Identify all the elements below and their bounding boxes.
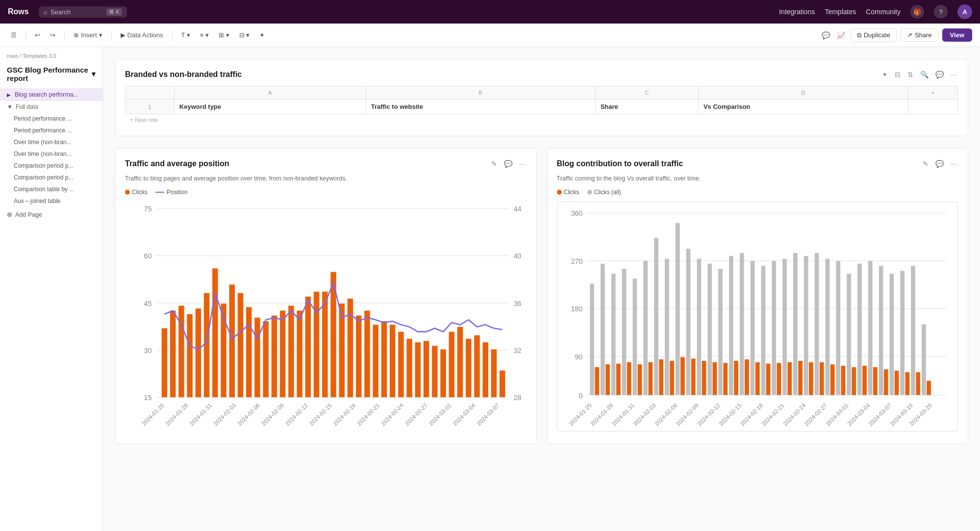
sort-icon-btn[interactable]: ⇅: [906, 69, 915, 80]
x-axis-label-1: 2024-01-25: [141, 402, 165, 427]
text-format-btn[interactable]: T ▾: [178, 29, 193, 41]
align-btn[interactable]: ≡ ▾: [197, 29, 212, 41]
col-b-header[interactable]: B: [366, 86, 595, 100]
keyword-type-header[interactable]: Keyword type: [174, 100, 366, 114]
svg-rect-105: [718, 269, 723, 395]
edit-icon-btn[interactable]: ✎: [490, 158, 499, 169]
svg-text:2024-03-07: 2024-03-07: [867, 402, 892, 427]
main-content: Branded vs non-branded traffic ✦ ⊟ ⇅ 🔍 💬…: [103, 47, 980, 531]
sidebar-item-period-perf-1[interactable]: Period performance ...: [0, 113, 102, 125]
sidebar-item-over-time-1[interactable]: Over time (non-bran...: [0, 136, 102, 148]
svg-rect-85: [611, 274, 615, 395]
comment-icon-btn[interactable]: 💬: [934, 69, 945, 80]
redo-btn[interactable]: ↪: [47, 29, 58, 41]
more-icon-btn-3[interactable]: ···: [949, 158, 958, 169]
clicks-dot-2: [557, 190, 562, 195]
app-logo[interactable]: Rows: [8, 7, 29, 16]
sidebar-toggle-btn[interactable]: ☰: [8, 29, 20, 41]
sidebar-item-comparison-p-2[interactable]: Comparison period p...: [0, 172, 102, 183]
legend-clicks: Clicks: [125, 189, 148, 196]
user-avatar[interactable]: A: [957, 4, 972, 19]
nav-community[interactable]: Community: [866, 8, 901, 16]
view-btn[interactable]: View: [942, 28, 972, 42]
sidebar-item-comparison-p-1[interactable]: Comparison period p...: [0, 160, 102, 172]
share-header[interactable]: Share: [595, 100, 698, 114]
sidebar-item-over-time-2[interactable]: Over time (non-bran...: [0, 148, 102, 160]
msg-icon-btn-2[interactable]: 💬: [934, 158, 945, 169]
comment-btn[interactable]: 💬: [820, 30, 831, 41]
svg-rect-122: [809, 362, 813, 395]
sidebar-item-comparison-table[interactable]: Comparison table by ...: [0, 183, 102, 195]
svg-rect-41: [381, 321, 387, 397]
col-c-header[interactable]: C: [595, 86, 698, 100]
gift-icon[interactable]: 🎁: [910, 5, 924, 19]
duplicate-btn[interactable]: ⧉ Duplicate: [851, 28, 897, 42]
svg-rect-43: [398, 332, 403, 398]
svg-text:360: 360: [571, 209, 582, 217]
chevron-down-icon[interactable]: ▾: [92, 70, 96, 78]
svg-rect-103: [707, 264, 712, 395]
traffic-website-header[interactable]: Traffic to website: [366, 100, 595, 114]
more-icon-btn[interactable]: ···: [949, 69, 958, 80]
svg-text:2024-01-25: 2024-01-25: [141, 402, 165, 427]
sidebar-item-aux-joined[interactable]: Aux – joined table: [0, 195, 102, 207]
search-icon-btn[interactable]: 🔍: [919, 69, 930, 80]
undo-btn[interactable]: ↩: [32, 29, 43, 41]
breadcrumb-parent[interactable]: rows: [7, 53, 18, 59]
svg-rect-91: [643, 261, 648, 395]
svg-rect-121: [804, 256, 808, 395]
chart-btn[interactable]: 📈: [835, 30, 847, 41]
share-btn[interactable]: ↗ Share: [901, 28, 938, 42]
col-a-header[interactable]: A: [174, 86, 366, 100]
sparkle-icon-btn[interactable]: ✦: [880, 69, 889, 80]
sidebar-item-period-perf-2[interactable]: Period performance ...: [0, 125, 102, 136]
toolbar-right: 💬 📈 ⧉ Duplicate ↗ Share View: [820, 28, 972, 42]
svg-rect-20: [204, 293, 209, 398]
svg-rect-86: [616, 364, 621, 395]
vs-comparison-header[interactable]: Vs Comparison: [698, 100, 908, 114]
extra-col: [908, 100, 958, 114]
new-row-btn[interactable]: + New row: [125, 114, 958, 126]
more-icon-btn-2[interactable]: ···: [518, 158, 527, 169]
svg-rect-25: [246, 307, 251, 397]
svg-text:2024-02-21: 2024-02-21: [760, 402, 785, 427]
brush-btn[interactable]: ✦: [256, 29, 268, 41]
svg-rect-54: [491, 350, 497, 398]
svg-rect-87: [622, 269, 626, 395]
svg-rect-143: [922, 325, 926, 395]
contribution-chart-header: Blog contribution to overall traffic ✎ 💬…: [557, 158, 958, 169]
sidebar-item-blog-search[interactable]: ▶ Blog search performa...: [0, 88, 102, 101]
svg-rect-21: [212, 268, 218, 397]
svg-rect-115: [772, 261, 776, 395]
traffic-chart-area: 75 60 45 30 15 44 40 36 32 28: [125, 202, 527, 434]
svg-rect-140: [905, 372, 909, 395]
report-title-text: GSC Blog Performance report: [7, 66, 92, 82]
table-btn[interactable]: ⊞ ▾: [216, 29, 232, 41]
svg-rect-118: [787, 362, 792, 395]
svg-rect-39: [364, 311, 370, 398]
sidebar-group-full-data[interactable]: ▼ Full data: [0, 101, 102, 113]
msg-icon-btn[interactable]: 💬: [503, 158, 514, 169]
nav-integrations[interactable]: Integrations: [779, 8, 815, 16]
svg-text:2024-02-24: 2024-02-24: [380, 402, 404, 427]
nav-templates[interactable]: Templates: [825, 8, 856, 16]
svg-text:44: 44: [514, 205, 522, 213]
edit-icon-btn-2[interactable]: ✎: [921, 158, 930, 169]
svg-rect-113: [761, 266, 765, 395]
insert-btn[interactable]: ⊕ Insert ▾: [71, 29, 105, 41]
filter-icon-btn[interactable]: ⊟: [893, 69, 902, 80]
col-add-header[interactable]: +: [908, 86, 958, 100]
svg-text:2024-03-07: 2024-03-07: [476, 402, 500, 427]
divider-1: [25, 30, 26, 40]
traffic-chart-header: Traffic and average position ✎ 💬 ···: [125, 158, 527, 169]
add-page-btn[interactable]: ⊕ Add Page: [0, 207, 102, 222]
traffic-svg: 75 60 45 30 15 44 40 36 32 28: [125, 202, 527, 434]
col-d-header[interactable]: D: [698, 86, 908, 100]
branded-table-title: Branded vs non-branded traffic: [125, 70, 242, 79]
svg-rect-24: [238, 293, 243, 398]
filter-btn[interactable]: ⊟ ▾: [236, 29, 253, 41]
data-actions-btn[interactable]: ▶ Data Actions: [118, 29, 166, 41]
help-icon[interactable]: ?: [934, 5, 948, 19]
contribution-chart-title: Blog contribution to overall traffic: [557, 159, 683, 168]
search-box[interactable]: ⌕ Search ⌘ K: [39, 6, 127, 18]
